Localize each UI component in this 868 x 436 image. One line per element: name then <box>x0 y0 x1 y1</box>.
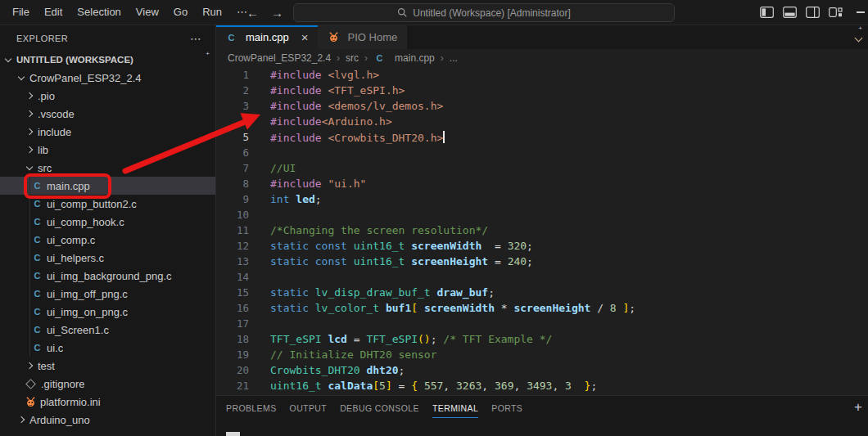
menu-view[interactable]: View <box>129 0 166 25</box>
tree-item-main-cpp[interactable]: C+main.cpp <box>0 177 215 195</box>
tree-item-ui-img-off-png-c[interactable]: Cui_img_off_png.c <box>0 285 215 303</box>
back-arrow-icon[interactable]: ← <box>246 6 259 20</box>
code-line-5: 5#include <Crowbits_DHT20.h> <box>216 129 868 145</box>
c-file-icon: C <box>32 271 43 281</box>
cpp-file-icon: C+ <box>374 53 385 63</box>
tree-item-arduino-uno[interactable]: Arduino_uno <box>0 411 215 429</box>
tree-item-ui-screen1-c[interactable]: Cui_Screen1.c <box>0 321 215 339</box>
code-line-2: 2#include <TFT_eSPI.h> <box>216 83 868 98</box>
code-line-text: TFT_eSPI lcd = TFT_eSPI(); /* TFT Exampl… <box>270 333 552 345</box>
menu-selection[interactable]: Selection <box>70 0 128 25</box>
tree-item-ui-comp-hook-c[interactable]: Cui_comp_hook.c <box>0 213 215 231</box>
breadcrumb-item-[interactable]: ... <box>450 52 458 64</box>
tree-item-pio[interactable]: .pio <box>0 87 215 105</box>
code-line-text: static lv_color_t buf1[ screenWidth * sc… <box>270 302 635 314</box>
tree-item-label: ui_helpers.c <box>47 252 104 264</box>
git-icon <box>25 379 36 389</box>
code-line-16: 16static lv_color_t buf1[ screenWidth * … <box>216 300 868 316</box>
code-line-text: uint16_t calData[5] = { 557, 3263, 369, … <box>270 380 597 392</box>
tab-main-cpp[interactable]: C+main.cpp× <box>216 25 319 49</box>
code-line-text: #include <lvgl.h> <box>270 69 379 81</box>
code-line-9: 9int led; <box>216 191 868 207</box>
tab-pio-home[interactable]: PIO Home <box>319 25 408 49</box>
tree-item-label: ui_comp_hook.c <box>47 216 124 228</box>
tree-item-label: Arduino_uno <box>29 414 90 426</box>
tree-item-ui-comp-c[interactable]: Cui_comp.c <box>0 231 215 249</box>
forward-arrow-icon[interactable]: → <box>271 6 283 20</box>
breadcrumb: CrowPanel_ESP32_2.4›src›C+main.cpp›... <box>216 49 868 67</box>
line-number: 4 <box>216 115 249 128</box>
tree-item-label: platformio.ini <box>40 396 101 408</box>
chevron-right-icon <box>26 110 33 117</box>
close-icon[interactable]: × <box>301 31 309 43</box>
tree-item-lib[interactable]: lib <box>0 141 215 159</box>
explorer-actions-icon[interactable]: ⋯ <box>190 32 202 45</box>
tree-item-label: include <box>38 126 71 138</box>
tab-label: PIO Home <box>348 31 398 43</box>
minimize-icon[interactable] <box>857 11 865 13</box>
toggle-sidebar-icon[interactable] <box>760 7 774 18</box>
tree-item-ui-c[interactable]: Cui.c <box>0 339 215 357</box>
code-line-text: #include <Crowbits_DHT20.h> <box>270 131 445 144</box>
new-terminal-button[interactable]: + <box>854 399 862 416</box>
panel-tab-output[interactable]: OUTPUT <box>290 403 328 418</box>
line-number: 9 <box>216 193 249 205</box>
tree-item-platformio-ini[interactable]: platformio.ini <box>0 393 215 411</box>
tree-item-test[interactable]: test <box>0 357 215 375</box>
tree-item-label: ui_img_off_png.c <box>47 288 128 300</box>
breadcrumb-item-crowpanel-esp32-2-4[interactable]: CrowPanel_ESP32_2.4 <box>228 52 331 64</box>
tree-item-label: test <box>38 360 55 372</box>
vscode-window: FileEditSelectionViewGoRun⋯ ← → Untitled… <box>0 0 868 436</box>
tree-item-ui-img-on-png-c[interactable]: Cui_img_on_png.c <box>0 303 215 321</box>
tree-item-ui-helpers-c[interactable]: Cui_helpers.c <box>0 249 215 267</box>
toggle-secondary-sidebar-icon[interactable] <box>806 7 820 18</box>
code-editor[interactable]: 1#include <lvgl.h>2#include <TFT_eSPI.h>… <box>216 67 868 395</box>
code-line-text: #include <demos/lv_demos.h> <box>270 100 443 112</box>
tree-item-include[interactable]: include <box>0 123 215 141</box>
tree-item-src[interactable]: src <box>0 159 215 177</box>
tree-item-label: ui_img_on_png.c <box>47 306 128 318</box>
platformio-icon <box>25 397 36 407</box>
code-line-4: 4#include<Arduino.h> <box>216 114 868 129</box>
panel-tabs: PROBLEMSOUTPUTDEBUG CONSOLETERMINALPORTS <box>216 396 868 418</box>
code-line-text: static const uint16_t screenHeight = 240… <box>270 255 533 267</box>
panel-tab-debug-console[interactable]: DEBUG CONSOLE <box>340 403 419 418</box>
line-number: 6 <box>216 146 249 159</box>
menu-run[interactable]: Run <box>195 0 229 25</box>
c-file-icon: C <box>32 217 43 227</box>
line-number: 15 <box>216 286 249 299</box>
line-number: 8 <box>216 178 249 190</box>
line-number: 12 <box>216 240 249 252</box>
chevron-right-icon <box>26 128 33 135</box>
menu-edit[interactable]: Edit <box>37 0 70 25</box>
panel-tab-terminal[interactable]: TERMINAL <box>432 403 478 418</box>
tree-item-crowpanel-esp32-2-4[interactable]: CrowPanel_ESP32_2.4 <box>0 69 215 87</box>
code-line-21: 21uint16_t calData[5] = { 557, 3263, 369… <box>216 378 868 393</box>
tree-item-label: .gitignore <box>41 378 84 390</box>
breadcrumb-item-main-cpp[interactable]: main.cpp <box>395 52 435 64</box>
tree-item-gitignore[interactable]: .gitignore <box>0 375 215 393</box>
code-line-6: 6 <box>216 145 868 160</box>
history-nav: ← → <box>246 0 283 25</box>
c-file-icon: C <box>32 325 43 335</box>
panel-tab-problems[interactable]: PROBLEMS <box>226 403 277 418</box>
toggle-panel-icon[interactable] <box>783 7 797 18</box>
command-center-search[interactable]: Untitled (Workspace) [Administrator] <box>293 3 675 22</box>
breadcrumb-separator: › <box>441 52 444 64</box>
tree-item-ui-comp-button2-c[interactable]: Cui_comp_button2.c <box>0 195 215 213</box>
code-line-text: /*Changing the screen resolution*/ <box>270 224 488 236</box>
breadcrumb-item-src[interactable]: src <box>346 52 359 64</box>
tree-item-untitled-workspace[interactable]: UNTITLED (WORKSPACE) <box>0 51 215 69</box>
menu-file[interactable]: File <box>5 0 37 25</box>
line-number: 10 <box>216 209 249 221</box>
text-cursor <box>443 131 445 143</box>
code-line-15: 15static lv_disp_draw_buf_t draw_buf; <box>216 285 868 300</box>
tree-item-ui-img-background-png-c[interactable]: Cui_img_background_png.c <box>0 267 215 285</box>
tab-label: main.cpp <box>246 31 289 43</box>
tree-item-vscode[interactable]: .vscode <box>0 105 215 123</box>
menu-go[interactable]: Go <box>166 0 195 25</box>
panel-tab-ports[interactable]: PORTS <box>491 403 522 418</box>
tree-item-label: src <box>38 162 52 174</box>
code-line-text: Crowbits_DHT20 dht20; <box>270 364 405 376</box>
customize-layout-icon[interactable] <box>829 7 843 18</box>
